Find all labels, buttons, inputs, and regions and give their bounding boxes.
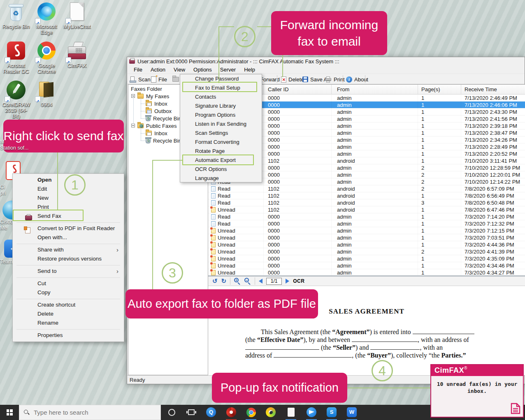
tree-item-inbox[interactable]: Inbox	[146, 129, 167, 137]
tree-item-public-faxes[interactable]: Public Faxes	[137, 122, 177, 129]
context-menu-item-copy[interactable]: Copy	[13, 288, 124, 297]
tree-item-my-faxes[interactable]: My Faxes	[137, 92, 169, 100]
fax-row[interactable]: Read1102android17/8/2020 6:56:49 PM	[208, 192, 525, 199]
menu-view[interactable]: View	[170, 66, 189, 74]
tree-item-recycle-bin[interactable]: Recycle Bin	[146, 137, 181, 144]
options-menu-item-scan-settings[interactable]: Scan Settings	[180, 129, 262, 138]
taskbar-app-wps[interactable]: W	[347, 407, 357, 417]
options-menu-item-language[interactable]: Language	[180, 174, 262, 183]
fax-row[interactable]: Unread0000admin27/3/2020 4:41:39 PM	[208, 248, 525, 255]
unread-icon	[211, 235, 216, 240]
menu-server[interactable]: Server	[216, 66, 240, 74]
rotate-right-icon[interactable]: ↻	[221, 277, 227, 285]
rotate-left-icon[interactable]: ↺	[212, 277, 218, 285]
tree-item-recycle-bin[interactable]: Recycle Bin	[146, 115, 181, 122]
taskbar-app-camera360[interactable]	[266, 407, 276, 417]
toolbar-delete-button[interactable]: ×Delete	[281, 75, 304, 83]
fax-row[interactable]: Read1102android37/8/2020 6:50:48 PM	[208, 199, 525, 206]
annotation-line	[348, 388, 430, 388]
previous-page-icon[interactable]	[259, 279, 262, 284]
toolbar-file-button[interactable]: *File	[151, 75, 167, 83]
desktop-icon-microsoft-edge[interactable]: Microsoft Edge	[32, 2, 61, 41]
column-header-page-s[interactable]: Page(s)	[418, 85, 461, 95]
toolbar-scan-button[interactable]: Scan	[130, 75, 151, 83]
desktop-icon-google-chrome[interactable]: Google Chrome	[32, 41, 61, 80]
desktop-icon-recycle-bin[interactable]: ♻Recycle Bin	[1, 2, 31, 41]
fax-row[interactable]: Unread0000admin17/3/2020 7:12:15 PM	[208, 227, 525, 234]
tree-item-inbox[interactable]: Inbox	[146, 100, 167, 107]
context-menu-item-properties[interactable]: Properties	[13, 331, 124, 340]
start-button[interactable]	[0, 405, 19, 420]
menu-help[interactable]: Help	[240, 66, 259, 74]
highlight-box-automatic-export	[182, 155, 254, 165]
fax-row[interactable]: Read1102android27/8/2020 6:57:09 PM	[208, 185, 525, 192]
toolbar-print-button[interactable]: Print	[325, 75, 345, 83]
taskbar-app-corel-red[interactable]	[226, 407, 236, 417]
options-menu-item-listen-in-fax-sending[interactable]: Listen in Fax Sending	[180, 120, 262, 129]
document-line: (the “Effective Date”), by and between ,…	[245, 336, 494, 344]
context-menu-item-share-with[interactable]: Share with›	[13, 245, 124, 254]
options-menu-item-ocr-options[interactable]: OCR Options	[180, 165, 262, 174]
ocr-button[interactable]: OCR	[293, 278, 304, 284]
context-menu-item-convert-to-pdf-in-foxit-reader[interactable]: Convert to PDF in Foxit Reader	[13, 224, 124, 233]
skype-icon: S	[327, 407, 337, 417]
zoom-out-icon[interactable]: −	[244, 278, 251, 284]
shortcut-arrow-icon	[35, 18, 41, 24]
context-menu-item-rename[interactable]: Rename	[13, 318, 124, 328]
desktop-icon-0904[interactable]: 0904	[32, 80, 61, 119]
taskbar-app-cortana[interactable]	[167, 407, 177, 417]
column-header-caller-id[interactable]: Caller ID	[264, 85, 332, 95]
search-input[interactable]	[34, 409, 149, 416]
options-menu-item-signature-library[interactable]: Signature Library	[180, 102, 262, 111]
context-menu-item-create-shortcut[interactable]: Create shortcut	[13, 300, 124, 309]
column-header-receive-time[interactable]: Receive Time	[461, 85, 525, 95]
fax-row[interactable]: Unread0000admin17/3/2020 4:35:09 PM	[208, 255, 525, 262]
fax-row[interactable]: Read0000admin17/3/2020 7:12:32 PM	[208, 220, 525, 227]
fax-row[interactable]: Read0000admin17/3/2020 7:14:20 PM	[208, 213, 525, 220]
callout-auto-export: Auto export fax to folder as PDF file	[125, 289, 318, 318]
taskbar-search[interactable]	[19, 405, 161, 420]
taskbar-app-chrome[interactable]	[246, 407, 256, 417]
fax-row[interactable]: Unread0000admin17/3/2020 4:34:46 PM	[208, 262, 525, 269]
submenu-arrow-icon: ›	[116, 245, 118, 254]
taskbar-app-quark[interactable]: Q	[206, 407, 216, 417]
titlebar[interactable]: User:admin Ext:0000 Permission:Administr…	[127, 57, 525, 65]
fax-row[interactable]: Unread0000admin17/3/2020 4:34:27 PM	[208, 269, 525, 275]
context-menu-item-delete[interactable]: Delete	[13, 309, 124, 318]
options-menu-item-contacts[interactable]: Contacts	[180, 92, 262, 102]
column-header-from[interactable]: From	[332, 85, 418, 95]
page-indicator[interactable]: 1/1	[266, 278, 282, 285]
taskbar-app-skype[interactable]: S	[327, 407, 337, 417]
context-menu-item-cut[interactable]: Cut	[13, 279, 124, 288]
options-menu-item-program-options[interactable]: Program Options	[180, 111, 262, 120]
taskbar-app-notepad-doc[interactable]	[286, 407, 296, 417]
taskbar-app-dingtalk[interactable]	[307, 407, 316, 417]
desktop-icon-cimfax[interactable]: CimFAX	[62, 41, 92, 80]
tree-item-outbox[interactable]: Outbox	[146, 107, 172, 115]
zoom-in-icon[interactable]: +	[234, 278, 241, 284]
fax-row[interactable]: Unread0000admin17/3/2020 7:03:51 PM	[208, 234, 525, 241]
tree-expander-icon[interactable]	[131, 124, 135, 127]
fax-row[interactable]: Unread1102android17/8/2020 6:47:46 PM	[208, 206, 525, 213]
toolbar-extra-button[interactable]	[172, 75, 179, 83]
menu-options[interactable]: Options	[189, 66, 216, 74]
fax-notification-popup[interactable]: CimFAX ® 10 unread fax(es) in yourinbox.	[430, 364, 524, 418]
submenu-arrow-icon: ›	[116, 267, 118, 276]
context-menu-item-new[interactable]: New	[13, 194, 124, 203]
taskbar-app-task-view[interactable]	[186, 407, 196, 417]
menu-action[interactable]: Action	[146, 66, 170, 74]
menu-file[interactable]: File	[130, 66, 146, 74]
options-menu-item-format-converting[interactable]: Format Converting	[180, 138, 262, 147]
notification-message: 10 unread fax(es) in yourinbox.	[431, 381, 523, 395]
fax-row[interactable]: Unread0000admin17/3/2020 4:44:36 PM	[208, 241, 525, 248]
context-menu-item-send-to[interactable]: Send to›	[13, 267, 124, 276]
context-menu-item-open-with[interactable]: Open with...	[13, 233, 124, 242]
status-text: Ready	[130, 377, 145, 383]
context-menu-item-restore-previous-versions[interactable]: Restore previous versions	[13, 254, 124, 263]
desktop-icon-acrobat-reader-dc[interactable]: Acrobat Reader DC	[1, 41, 31, 80]
desktop-icon-coreldraw-2019-64-bit[interactable]: CorelDRAW 2019 (64-Bit)	[1, 80, 31, 119]
delete-icon: ×	[281, 76, 286, 83]
desktop-icon-mylivechat[interactable]: MyLiveChat	[62, 2, 92, 41]
shortcut-arrow-icon	[35, 57, 41, 63]
next-page-icon[interactable]	[286, 279, 289, 284]
